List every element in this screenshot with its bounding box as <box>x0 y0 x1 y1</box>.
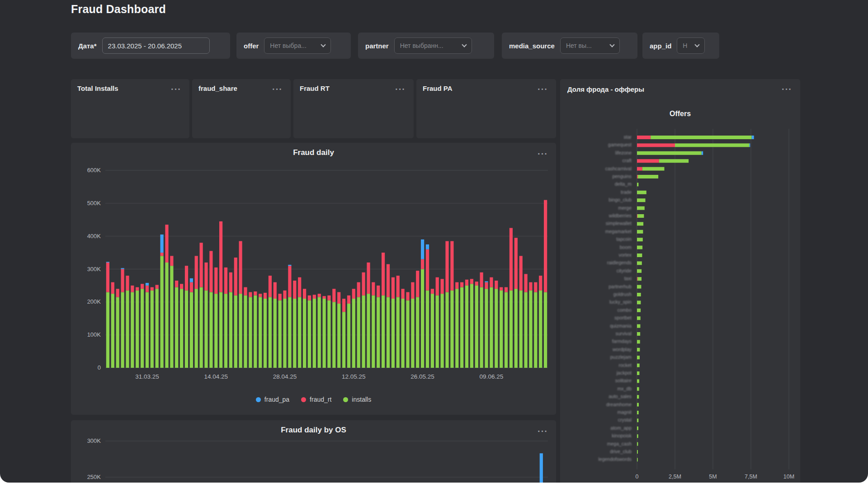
bar-installs[interactable] <box>293 299 296 368</box>
bar-installs[interactable] <box>637 277 642 281</box>
bar-fraud-rt[interactable] <box>126 276 129 291</box>
bar-installs[interactable] <box>445 292 448 368</box>
bar-fraud-rt[interactable] <box>387 264 390 297</box>
bar-fraud-rt[interactable] <box>475 282 478 286</box>
bar-installs[interactable] <box>519 291 523 368</box>
bar-fraud-rt[interactable] <box>146 286 149 292</box>
bar-installs[interactable] <box>165 263 168 368</box>
bar-fraud-pa[interactable] <box>702 151 703 155</box>
bar-fraud-rt[interactable] <box>406 292 409 300</box>
bar-fraud-rt[interactable] <box>637 167 642 171</box>
more-menu-icon[interactable]: ··· <box>270 83 284 95</box>
bar-installs[interactable] <box>111 294 114 368</box>
bar-installs[interactable] <box>637 214 644 218</box>
bar-installs[interactable] <box>180 289 183 368</box>
bar-installs[interactable] <box>406 300 409 368</box>
bar-installs[interactable] <box>264 299 267 368</box>
bar-fraud-rt[interactable] <box>219 221 222 292</box>
bar-installs[interactable] <box>460 287 463 368</box>
bar-installs[interactable] <box>377 297 380 368</box>
bar-fraud-rt[interactable] <box>470 279 473 284</box>
bar-fraud-rt[interactable] <box>156 285 159 289</box>
bar-fraud-rt[interactable] <box>141 284 144 289</box>
bar-fraud-rt[interactable] <box>209 251 212 292</box>
bar-installs[interactable] <box>269 297 272 368</box>
bar-fraud-rt[interactable] <box>514 238 518 289</box>
bar-installs[interactable] <box>209 292 212 368</box>
bar-fraud-pa[interactable] <box>190 278 193 282</box>
bar-fraud-rt[interactable] <box>416 271 419 297</box>
bar-fraud-rt[interactable] <box>436 277 439 296</box>
bar-installs[interactable] <box>637 300 641 304</box>
bar-fraud-rt[interactable] <box>534 282 537 292</box>
bar-installs[interactable] <box>337 304 340 368</box>
more-menu-icon[interactable]: ··· <box>536 425 550 437</box>
bar-fraud-pa[interactable] <box>106 262 109 263</box>
bar-fraud-rt[interactable] <box>249 292 252 297</box>
bar-installs[interactable] <box>170 266 173 368</box>
bar-installs[interactable] <box>382 296 385 368</box>
bar-fraud-rt[interactable] <box>637 143 675 147</box>
bar-installs[interactable] <box>234 296 237 368</box>
bar-fraud-pa[interactable] <box>288 265 291 266</box>
bar-installs[interactable] <box>396 297 400 368</box>
bar-installs[interactable] <box>401 299 405 368</box>
bar-installs[interactable] <box>387 297 390 368</box>
bar-installs[interactable] <box>175 287 178 368</box>
bar-fraud-rt[interactable] <box>480 272 483 287</box>
legend-item-fraud_rt[interactable]: fraud_rt <box>301 396 331 403</box>
bar-installs[interactable] <box>318 297 321 368</box>
bar-installs[interactable] <box>534 292 537 368</box>
app-id-select[interactable]: Н <box>677 38 705 54</box>
bar-installs[interactable] <box>659 159 689 163</box>
bar-fraud-rt[interactable] <box>332 289 335 302</box>
bar-fraud-rt[interactable] <box>337 292 340 304</box>
bar-fraud-rt[interactable] <box>347 296 350 304</box>
bar-fraud-pa[interactable] <box>121 268 124 269</box>
bar-installs[interactable] <box>637 253 642 257</box>
bar-installs[interactable] <box>298 297 301 368</box>
bar-fraud-rt[interactable] <box>111 282 114 294</box>
bar-fraud-rt[interactable] <box>396 276 400 297</box>
bar-fraud-rt[interactable] <box>637 175 638 178</box>
bar-fraud-rt[interactable] <box>170 256 173 266</box>
bar-fraud-rt[interactable] <box>539 276 542 291</box>
bar-fraud-rt[interactable] <box>519 256 523 291</box>
bar-installs[interactable] <box>637 434 638 438</box>
bar-installs[interactable] <box>278 300 282 368</box>
bar-installs[interactable] <box>327 300 330 368</box>
bar-installs[interactable] <box>131 292 134 368</box>
bar-fraud-rt[interactable] <box>318 294 321 297</box>
bar-fraud-pa[interactable] <box>426 244 429 249</box>
bar-fraud-rt[interactable] <box>293 281 296 299</box>
bar-installs[interactable] <box>495 289 498 368</box>
bar-fraud-rt[interactable] <box>165 225 168 263</box>
bar-fraud-rt[interactable] <box>357 282 360 297</box>
bar-installs[interactable] <box>637 222 643 225</box>
bar-fraud-rt[interactable] <box>151 287 154 291</box>
bar-fraud-rt[interactable] <box>244 287 247 296</box>
bar-fraud-rt[interactable] <box>131 286 134 292</box>
bar-installs[interactable] <box>638 175 658 178</box>
bar-installs[interactable] <box>637 356 640 359</box>
bar-fraud-rt[interactable] <box>352 289 355 299</box>
bar-installs[interactable] <box>239 294 242 368</box>
bar-installs[interactable] <box>441 294 444 368</box>
bar-fraud-pa[interactable] <box>752 136 754 139</box>
bar-installs[interactable] <box>214 294 217 368</box>
bar-installs[interactable] <box>500 291 503 368</box>
legend-item-fraud_pa[interactable]: fraud_pa <box>256 396 289 403</box>
bar-fraud-rt[interactable] <box>200 243 203 287</box>
bar-fraud-rt[interactable] <box>274 282 277 299</box>
bar-installs[interactable] <box>637 246 642 249</box>
bar-fraud-rt[interactable] <box>269 276 272 297</box>
bar-installs[interactable] <box>426 291 429 368</box>
date-range-input[interactable] <box>102 38 210 54</box>
bar-installs[interactable] <box>303 299 306 368</box>
media-source-select[interactable]: Нет вы... <box>560 38 620 54</box>
more-menu-icon[interactable]: ··· <box>780 83 794 95</box>
bar-fraud-rt[interactable] <box>195 256 198 289</box>
bar-installs[interactable] <box>121 292 124 368</box>
bar-installs[interactable] <box>160 256 164 368</box>
bar-installs[interactable] <box>224 294 227 368</box>
